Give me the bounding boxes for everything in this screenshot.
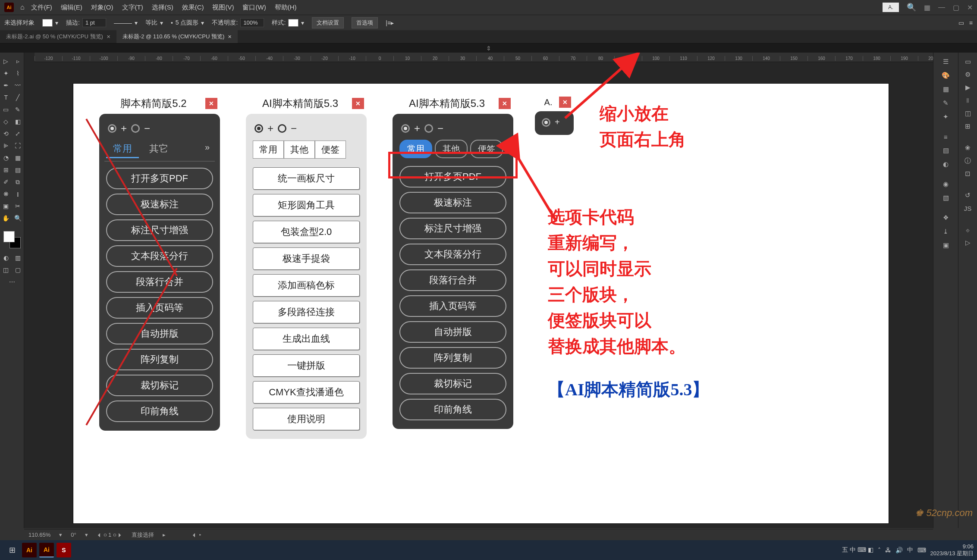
style-swatch[interactable] bbox=[288, 19, 298, 27]
css-panel-icon[interactable]: ❀ bbox=[958, 141, 977, 154]
libraries-panel-icon[interactable]: ▭ bbox=[958, 55, 977, 68]
tray-keyboard-icon[interactable]: ⌨ bbox=[917, 547, 926, 554]
radio-unselected[interactable] bbox=[424, 124, 433, 133]
zoom-tool[interactable]: 🔍 bbox=[12, 212, 24, 224]
transform-panel-icon[interactable]: ⊞ bbox=[958, 120, 977, 133]
color-mode-icon[interactable]: ◐ bbox=[0, 252, 12, 264]
swatches-panel-icon[interactable]: ▦ bbox=[933, 83, 958, 96]
tray-volume-icon[interactable]: 🔊 bbox=[895, 547, 903, 554]
maximize-button[interactable]: ▢ bbox=[953, 3, 959, 12]
menu-type[interactable]: 文字(T) bbox=[122, 3, 143, 12]
symbols-panel-icon[interactable]: ✦ bbox=[933, 110, 958, 123]
chevron-right-icon[interactable]: » bbox=[201, 141, 213, 158]
graph-tool[interactable]: ⫿ bbox=[12, 188, 24, 200]
function-button[interactable]: 使用说明 bbox=[253, 408, 360, 430]
taskbar-ai-1[interactable]: Ai bbox=[22, 543, 37, 557]
appearance-panel-icon[interactable]: ◉ bbox=[933, 178, 958, 191]
close-icon[interactable]: ✕ bbox=[107, 34, 110, 40]
gradient-mode-icon[interactable]: ▥ bbox=[12, 252, 24, 264]
function-button[interactable]: 印前角线 bbox=[106, 400, 213, 422]
scale-tool[interactable]: ⤢ bbox=[12, 128, 24, 140]
draw-mode-icon[interactable]: ◫ bbox=[0, 264, 12, 276]
fill-swatch[interactable] bbox=[42, 19, 53, 27]
uniform-toggle[interactable]: 等比 bbox=[145, 19, 157, 27]
mesh-tool[interactable]: ⊞ bbox=[0, 164, 12, 176]
radio-unselected[interactable] bbox=[131, 124, 140, 133]
function-button[interactable]: 极速手提袋 bbox=[253, 247, 360, 270]
panel-expand-icon[interactable]: ≡ bbox=[969, 19, 973, 26]
function-button[interactable]: 极速标注 bbox=[106, 194, 213, 215]
magic-wand-tool[interactable]: ✦ bbox=[0, 67, 12, 79]
line-tool[interactable]: ╱ bbox=[12, 91, 24, 103]
doc-setup-button[interactable]: 文档设置 bbox=[312, 17, 344, 28]
align-panel-icon[interactable]: ⫴ bbox=[958, 94, 977, 107]
symbol-sprayer-tool[interactable]: ❋ bbox=[0, 188, 12, 200]
function-button[interactable]: 段落行合并 bbox=[399, 269, 506, 291]
minimized-panel-marker[interactable]: A. bbox=[883, 3, 899, 12]
menu-help[interactable]: 帮助(H) bbox=[275, 3, 297, 12]
brush-preset[interactable]: 5 点圆形 bbox=[176, 19, 199, 27]
tab-common[interactable]: 常用 bbox=[106, 141, 139, 158]
tray-network-icon[interactable]: 🖧 bbox=[885, 547, 891, 554]
app-logo[interactable]: Ai bbox=[4, 3, 14, 12]
start-button[interactable]: ⊞ bbox=[3, 541, 21, 559]
home-icon[interactable]: ⌂ bbox=[20, 3, 25, 11]
hand-tool[interactable]: ✋ bbox=[0, 212, 12, 224]
function-button[interactable]: 添加画稿色标 bbox=[253, 274, 360, 297]
fill-stroke-indicator[interactable] bbox=[3, 231, 21, 248]
function-button[interactable]: 多段路径连接 bbox=[253, 301, 360, 323]
function-button[interactable]: CMYK查找潘通色 bbox=[253, 381, 360, 404]
type-tool[interactable]: T bbox=[0, 91, 12, 103]
function-button[interactable]: 段落行合并 bbox=[106, 271, 213, 293]
menu-edit[interactable]: 编辑(E) bbox=[61, 3, 82, 12]
direct-selection-tool[interactable]: ▹ bbox=[12, 55, 24, 67]
eyedropper-tool[interactable]: ✐ bbox=[0, 176, 12, 188]
function-button[interactable]: 包装盒型2.0 bbox=[253, 221, 360, 243]
tab-other[interactable]: 其它 bbox=[142, 141, 175, 158]
eraser-tool[interactable]: ◧ bbox=[12, 116, 24, 128]
stroke-input[interactable] bbox=[82, 18, 106, 27]
function-button[interactable]: 打开多页PDF bbox=[106, 168, 213, 189]
artboard-tool[interactable]: ▣ bbox=[0, 200, 12, 212]
expand-docs-icon[interactable]: ⇕ bbox=[0, 43, 977, 53]
tray-ime-icon[interactable]: 中 bbox=[907, 546, 913, 554]
artboards-panel-icon[interactable]: ▣ bbox=[933, 239, 958, 252]
paintbrush-tool[interactable]: ✎ bbox=[12, 103, 24, 116]
align-icon[interactable]: |≡▸ bbox=[386, 19, 394, 26]
menu-view[interactable]: 视图(V) bbox=[212, 3, 234, 12]
taskbar-app-3[interactable]: S bbox=[57, 543, 71, 557]
tab-common[interactable]: 常用 bbox=[253, 141, 284, 159]
actions-panel-icon[interactable]: ▶ bbox=[958, 81, 977, 94]
function-button[interactable]: 印前角线 bbox=[399, 399, 506, 420]
search-icon[interactable]: 🔍 bbox=[907, 3, 916, 12]
function-button[interactable]: 统一画板尺寸 bbox=[253, 167, 360, 190]
tab-other[interactable]: 其他 bbox=[284, 141, 315, 159]
tray-chevron-icon[interactable]: ˄ bbox=[878, 547, 881, 554]
zoom-level[interactable]: 110.65% bbox=[28, 532, 50, 538]
function-button[interactable]: 文本段落分行 bbox=[106, 245, 213, 267]
close-button[interactable]: ✕ bbox=[967, 3, 973, 12]
doc-tab-2[interactable]: 未标题-2 @ 110.65 % (CMYK/CPU 预览)✕ bbox=[116, 30, 238, 43]
minimize-button[interactable]: ― bbox=[938, 3, 945, 12]
shape-builder-tool[interactable]: ◔ bbox=[0, 152, 12, 164]
panel-close-button[interactable]: ✕ bbox=[499, 98, 511, 109]
rectangle-tool[interactable]: ▭ bbox=[0, 103, 12, 116]
panel-close-button[interactable]: ✕ bbox=[352, 98, 364, 109]
selection-tool[interactable]: ▷ bbox=[0, 55, 12, 67]
close-icon[interactable]: ✕ bbox=[228, 34, 232, 40]
slice-tool[interactable]: ✂ bbox=[12, 200, 24, 212]
rotate-view[interactable]: 0° bbox=[71, 532, 76, 538]
menu-effect[interactable]: 效果(C) bbox=[182, 3, 204, 12]
pen-tool[interactable]: ✒ bbox=[0, 79, 12, 91]
function-button[interactable]: 一键拼版 bbox=[253, 354, 360, 377]
properties-panel-icon[interactable]: ☰ bbox=[933, 55, 958, 68]
radio-unselected[interactable] bbox=[278, 124, 286, 133]
variables-panel-icon[interactable]: JS bbox=[958, 202, 977, 215]
opacity-input[interactable] bbox=[240, 18, 264, 27]
function-button[interactable]: 文本段落分行 bbox=[399, 244, 506, 265]
menu-object[interactable]: 对象(O) bbox=[91, 3, 113, 12]
function-button[interactable]: 矩形圆角工具 bbox=[253, 194, 360, 216]
radio-selected[interactable] bbox=[108, 124, 116, 133]
links2-panel-icon[interactable]: ⟐ bbox=[958, 223, 977, 236]
tab-note[interactable]: 便签 bbox=[315, 141, 346, 159]
